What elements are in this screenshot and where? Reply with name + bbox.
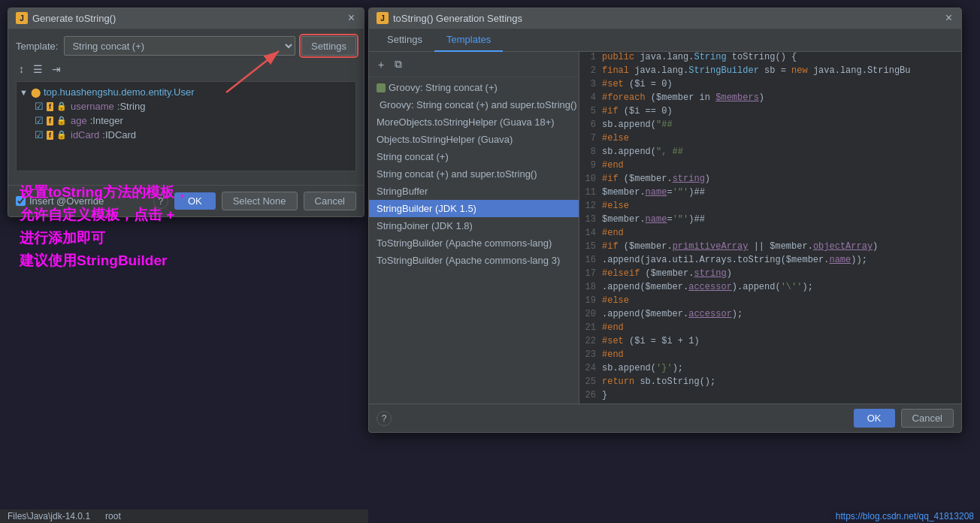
dialog-titlebar-left: J Generate toString() × (8, 8, 364, 29)
field-visibility-icon-0: f (47, 102, 53, 111)
code-line-19: 19 #else (579, 295, 961, 309)
code-line-5: 5 #if ($i == 0) (579, 106, 961, 119)
tree-item-2[interactable]: ☑ f 🔒 idCard :IDCard (35, 128, 352, 142)
code-panel: 1 public java.lang.String toString() { 2… (579, 52, 961, 404)
template-item-6[interactable]: StringBuffer (369, 183, 579, 200)
status-path: Files\Java\jdk-14.0.1 (8, 511, 90, 521)
list-view-button[interactable]: ☰ (30, 62, 46, 77)
dialog-footer-right: ? OK Cancel (369, 404, 961, 432)
ok-button-right[interactable]: OK (854, 409, 895, 428)
field-tree: ▼ ⬤ top.huashengshu.demo.entity.User ☑ f… (16, 81, 356, 171)
code-line-6: 6 sb.append("## (579, 119, 961, 133)
code-line-10: 10 #if ($member.string) (579, 174, 961, 187)
code-line-25: 25 return sb.toString(); (579, 376, 961, 390)
select-none-button[interactable]: Select None (222, 192, 298, 210)
check-icon-2: ☑ (35, 129, 44, 141)
dialog-title-right: toString() Generation Settings (393, 13, 522, 24)
right-content: + ⧉ Groovy: String concat (+) Groovy: St… (369, 52, 961, 404)
code-line-4: 4 #foreach ($member in $members) (579, 92, 961, 106)
field-type-1: :Integer (90, 115, 123, 126)
dialog-body-left: Template: String concat (+) Settings ↕ ☰… (8, 29, 364, 185)
template-item-7[interactable]: StringBuilder (JDK 1.5) (369, 200, 579, 217)
code-line-18: 18 .append($member.accessor).append('\''… (579, 282, 961, 295)
code-line-15: 15 #if ($member.primitiveArray || $membe… (579, 241, 961, 255)
svg-line-1 (226, 51, 279, 92)
code-line-8: 8 sb.append(", ## (579, 147, 961, 160)
help-button-right[interactable]: ? (377, 411, 392, 426)
template-row: Template: String concat (+) Settings (16, 36, 356, 56)
dialog-icon-right: J (377, 12, 389, 24)
status-user: root (105, 511, 121, 521)
code-line-12: 12 #else (579, 201, 961, 214)
close-button-right[interactable]: × (944, 12, 954, 24)
code-line-24: 24 sb.append('}'); (579, 363, 961, 376)
indent-button[interactable]: ⇥ (49, 62, 64, 77)
url-text: https://blog.csdn.net/qq_41813208 (836, 511, 974, 521)
dialog-title-left: Generate toString() (32, 13, 116, 24)
tab-settings[interactable]: Settings (375, 29, 434, 52)
check-icon-1: ☑ (35, 115, 44, 126)
tab-templates[interactable]: Templates (434, 29, 503, 52)
red-arrow (219, 40, 294, 102)
code-line-26: 26 } (579, 390, 961, 404)
field-type-0: :String (117, 101, 146, 112)
dialog-icon-left: J (16, 12, 28, 24)
groovy-icon-0 (377, 83, 386, 92)
code-line-2: 2 final java.lang.StringBuilder sb = new… (579, 65, 961, 79)
field-visibility-icon-2: f (47, 131, 53, 140)
cancel-button-right[interactable]: Cancel (901, 409, 954, 428)
templates-toolbar: + ⧉ (369, 52, 579, 77)
tree-item-1[interactable]: ☑ f 🔒 age :Integer (35, 113, 352, 128)
toolbar-row: ↕ ☰ ⇥ (16, 62, 356, 77)
sort-button[interactable]: ↕ (16, 62, 27, 77)
code-line-16: 16 .append(java.util.Arrays.toString($me… (579, 255, 961, 268)
tree-toggle[interactable]: ▼ (20, 88, 28, 97)
add-template-button[interactable]: + (375, 57, 387, 72)
code-line-1: 1 public java.lang.String toString() { (579, 52, 961, 65)
template-item-2[interactable]: MoreObjects.toStringHelper (Guava 18+) (369, 113, 579, 131)
code-line-3: 3 #set ($i = 0) (579, 79, 961, 92)
lock-icon-0: 🔒 (56, 101, 67, 111)
class-name: top.huashengshu.demo.entity.User (44, 86, 195, 98)
tree-children: ☑ f 🔒 username :String ☑ f 🔒 age :Intege… (20, 99, 352, 142)
code-line-13: 13 $member.name='"')## (579, 214, 961, 228)
templates-panel: + ⧉ Groovy: String concat (+) Groovy: St… (369, 52, 579, 404)
template-item-4[interactable]: String concat (+) (369, 148, 579, 165)
status-bar: Files\Java\jdk-14.0.1 root (0, 509, 368, 523)
code-line-14: 14 #end (579, 228, 961, 241)
tree-root-item[interactable]: ▼ ⬤ top.huashengshu.demo.entity.User (20, 85, 352, 99)
template-item-0[interactable]: Groovy: String concat (+) (369, 79, 579, 96)
code-line-23: 23 #end (579, 349, 961, 363)
close-button-left[interactable]: × (346, 12, 356, 24)
template-item-3[interactable]: Objects.toStringHelper (Guava) (369, 131, 579, 148)
template-item-5[interactable]: String concat (+) and super.toString() (369, 165, 579, 183)
field-name-2: idCard (71, 129, 99, 141)
template-list: Groovy: String concat (+) Groovy: String… (369, 77, 579, 404)
template-item-1[interactable]: Groovy: String concat (+) and super.toSt… (369, 96, 579, 113)
lock-icon-2: 🔒 (56, 130, 67, 140)
code-line-22: 22 #set ($i = $i + 1) (579, 336, 961, 349)
code-line-7: 7 #else (579, 133, 961, 147)
settings-button[interactable]: Settings (301, 36, 356, 56)
template-item-10[interactable]: ToStringBuilder (Apache commons-lang 3) (369, 252, 579, 269)
tree-item-0[interactable]: ☑ f 🔒 username :String (35, 99, 352, 113)
template-label: Template: (16, 41, 58, 52)
url-bar: https://blog.csdn.net/qq_41813208 (830, 509, 980, 523)
code-line-21: 21 #end (579, 322, 961, 336)
code-lines: 1 public java.lang.String toString() { 2… (579, 52, 961, 404)
copy-template-button[interactable]: ⧉ (392, 56, 405, 72)
field-visibility-icon-1: f (47, 116, 53, 125)
cancel-button-left[interactable]: Cancel (304, 192, 356, 210)
code-line-20: 20 .append($member.accessor); (579, 309, 961, 322)
template-item-8[interactable]: StringJoiner (JDK 1.8) (369, 217, 579, 234)
field-type-2: :IDCard (102, 129, 136, 141)
lock-icon-1: 🔒 (56, 116, 67, 125)
settings-dialog: J toString() Generation Settings × Setti… (368, 8, 962, 433)
tabs-bar: Settings Templates (369, 29, 961, 52)
field-name-1: age (71, 115, 87, 126)
dialog-titlebar-right: J toString() Generation Settings × (369, 8, 961, 29)
code-line-9: 9 #end (579, 160, 961, 174)
field-name-0: username (71, 101, 114, 112)
code-line-11: 11 $member.name='"')## (579, 187, 961, 201)
template-item-9[interactable]: ToStringBuilder (Apache commons-lang) (369, 234, 579, 252)
